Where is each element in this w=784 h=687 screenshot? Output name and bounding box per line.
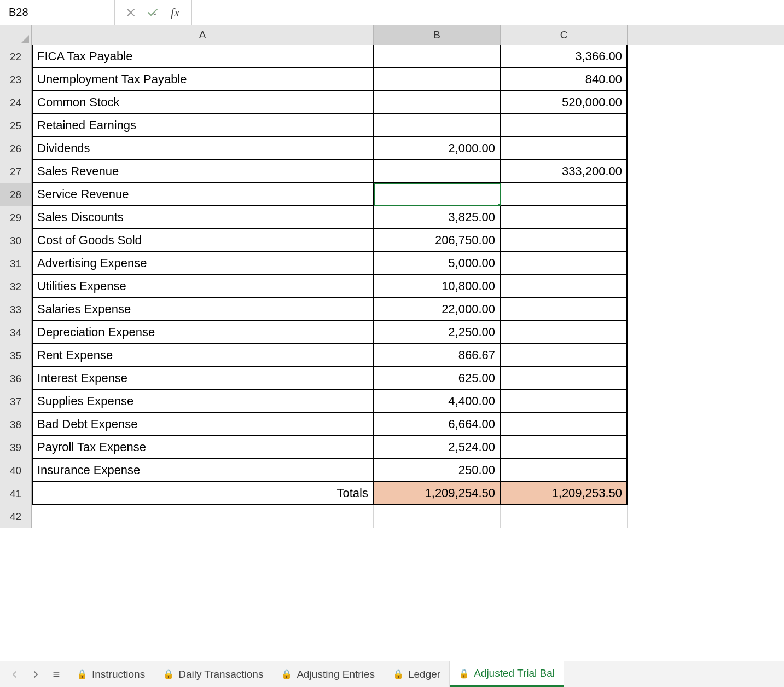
cell[interactable]: Supplies Expense xyxy=(32,390,374,413)
cell[interactable]: 6,664.00 xyxy=(374,413,501,436)
cell[interactable]: 10,800.00 xyxy=(374,275,501,298)
row-header[interactable]: 31 xyxy=(0,252,32,275)
cell[interactable] xyxy=(374,160,501,183)
cell[interactable] xyxy=(501,367,628,390)
row-header[interactable]: 40 xyxy=(0,459,32,482)
cell[interactable]: Salaries Expense xyxy=(32,298,374,321)
cell[interactable]: Totals xyxy=(32,482,374,505)
name-box-dropdown-icon[interactable]: ⌄ xyxy=(148,8,161,17)
cell[interactable]: Retained Earnings xyxy=(32,114,374,137)
cell[interactable]: 206,750.00 xyxy=(374,229,501,252)
column-header-a[interactable]: A xyxy=(32,25,374,45)
tab-nav-prev-icon[interactable] xyxy=(5,665,24,684)
cell[interactable]: Dividends xyxy=(32,137,374,160)
cell[interactable] xyxy=(501,183,628,206)
row-header[interactable]: 23 xyxy=(0,68,32,91)
row-header[interactable]: 38 xyxy=(0,413,32,436)
column-header-b[interactable]: B xyxy=(374,25,501,45)
cell[interactable] xyxy=(501,229,628,252)
cell[interactable] xyxy=(501,390,628,413)
cell[interactable]: 1,209,254.50 xyxy=(374,482,501,505)
row-header[interactable]: 25 xyxy=(0,114,32,137)
cell[interactable]: 3,366.00 xyxy=(501,45,628,68)
cell[interactable] xyxy=(501,275,628,298)
cell[interactable]: 2,524.00 xyxy=(374,436,501,459)
column-header-c[interactable]: C xyxy=(501,25,628,45)
cell[interactable] xyxy=(501,413,628,436)
sheet-tab[interactable]: 🔒Daily Transactions xyxy=(154,661,272,687)
row-header[interactable]: 36 xyxy=(0,367,32,390)
cell[interactable]: Common Stock xyxy=(32,91,374,114)
row-header[interactable]: 28 xyxy=(0,183,32,206)
cell[interactable]: Sales Discounts xyxy=(32,206,374,229)
cell[interactable]: 840.00 xyxy=(501,68,628,91)
row-header[interactable]: 39 xyxy=(0,436,32,459)
select-all-corner[interactable] xyxy=(0,25,32,45)
cell[interactable]: 866.67 xyxy=(374,344,501,367)
tab-list-menu-icon[interactable]: ≡ xyxy=(47,665,66,684)
cell[interactable]: 3,825.00 xyxy=(374,206,501,229)
sheet-tab[interactable]: 🔒Adjusting Entries xyxy=(272,661,384,687)
row-header[interactable]: 34 xyxy=(0,321,32,344)
cell[interactable]: 5,000.00 xyxy=(374,252,501,275)
cell[interactable]: 520,000.00 xyxy=(501,91,628,114)
cell[interactable] xyxy=(374,45,501,68)
cell[interactable]: Unemployment Tax Payable xyxy=(32,68,374,91)
row-header[interactable]: 22 xyxy=(0,45,32,68)
row-header[interactable]: 26 xyxy=(0,137,32,160)
cell[interactable] xyxy=(501,436,628,459)
row-header[interactable]: 37 xyxy=(0,390,32,413)
cell[interactable]: Bad Debt Expense xyxy=(32,413,374,436)
cell[interactable]: Payroll Tax Expense xyxy=(32,436,374,459)
cell[interactable]: 1,209,253.50 xyxy=(501,482,628,505)
name-box[interactable] xyxy=(8,5,148,19)
cell[interactable]: 625.00 xyxy=(374,367,501,390)
fx-icon[interactable]: fx xyxy=(167,5,183,20)
cell[interactable] xyxy=(501,321,628,344)
cell[interactable] xyxy=(501,114,628,137)
sheet-tab[interactable]: 🔒Instructions xyxy=(68,661,154,687)
cell[interactable] xyxy=(501,252,628,275)
row-header[interactable]: 27 xyxy=(0,160,32,183)
cell[interactable] xyxy=(501,137,628,160)
cell[interactable] xyxy=(374,114,501,137)
row-header[interactable]: 33 xyxy=(0,298,32,321)
row-header[interactable]: 41 xyxy=(0,482,32,505)
row-header[interactable]: 29 xyxy=(0,206,32,229)
cell[interactable]: 2,000.00 xyxy=(374,137,501,160)
tab-nav-next-icon[interactable] xyxy=(26,665,45,684)
sheet-tab[interactable]: 🔒Ledger xyxy=(384,661,450,687)
row-header[interactable]: 32 xyxy=(0,275,32,298)
cell[interactable] xyxy=(501,206,628,229)
cell[interactable]: Service Revenue xyxy=(32,183,374,206)
cell[interactable] xyxy=(374,505,501,528)
cell[interactable]: 2,250.00 xyxy=(374,321,501,344)
cell[interactable] xyxy=(501,505,628,528)
cell[interactable]: Rent Expense xyxy=(32,344,374,367)
cell[interactable] xyxy=(374,183,501,206)
cell[interactable]: Sales Revenue xyxy=(32,160,374,183)
cell[interactable]: Utilities Expense xyxy=(32,275,374,298)
cell[interactable]: Advertising Expense xyxy=(32,252,374,275)
cell[interactable]: 250.00 xyxy=(374,459,501,482)
row-header[interactable]: 35 xyxy=(0,344,32,367)
cell[interactable] xyxy=(32,505,374,528)
cell[interactable]: Depreciation Expense xyxy=(32,321,374,344)
cell[interactable]: Insurance Expense xyxy=(32,459,374,482)
cell[interactable]: 333,200.00 xyxy=(501,160,628,183)
cell[interactable] xyxy=(374,68,501,91)
cell[interactable] xyxy=(501,459,628,482)
cell[interactable]: 4,400.00 xyxy=(374,390,501,413)
cell[interactable] xyxy=(374,91,501,114)
cell[interactable]: 22,000.00 xyxy=(374,298,501,321)
cell[interactable] xyxy=(501,298,628,321)
cell[interactable] xyxy=(501,344,628,367)
row-header[interactable]: 42 xyxy=(0,505,32,528)
cell[interactable]: Cost of Goods Sold xyxy=(32,229,374,252)
row-header[interactable]: 24 xyxy=(0,91,32,114)
row-header[interactable]: 30 xyxy=(0,229,32,252)
cell[interactable]: FICA Tax Payable xyxy=(32,45,374,68)
sheet-tab[interactable]: 🔒Adjusted Trial Bal xyxy=(450,661,564,687)
formula-input[interactable] xyxy=(192,0,784,25)
cell[interactable]: Interest Expense xyxy=(32,367,374,390)
